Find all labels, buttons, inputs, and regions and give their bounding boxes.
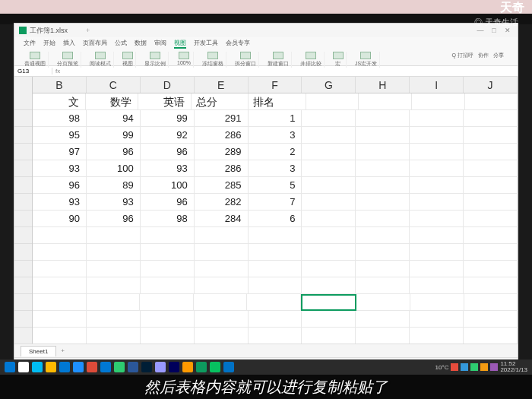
cell[interactable] — [195, 244, 249, 261]
taskbar-date[interactable]: 2022/1/13 — [500, 367, 527, 373]
cell[interactable] — [464, 211, 518, 227]
cell[interactable]: 96 — [87, 211, 141, 227]
cell[interactable]: 97 — [33, 144, 87, 160]
taskbar-ps-icon[interactable] — [141, 362, 152, 372]
ribbon-group[interactable]: 拆分窗口 — [233, 52, 259, 68]
cell[interactable] — [356, 110, 410, 127]
cell[interactable]: 93 — [33, 194, 87, 211]
ribbon-tab[interactable]: 开始 — [43, 39, 55, 49]
cell[interactable] — [410, 328, 464, 344]
cell[interactable] — [141, 277, 195, 294]
column-header[interactable]: C — [87, 77, 141, 93]
cell[interactable] — [302, 277, 356, 294]
cell[interactable] — [302, 127, 356, 144]
cell[interactable] — [356, 144, 410, 160]
row-number[interactable] — [14, 93, 32, 110]
cell[interactable] — [141, 311, 195, 328]
cell[interactable] — [302, 160, 356, 177]
cell[interactable] — [87, 311, 141, 328]
cell[interactable]: 100 — [141, 177, 195, 194]
cell[interactable]: 93 — [141, 160, 195, 177]
cell[interactable]: 文 — [33, 93, 86, 110]
cell[interactable] — [465, 93, 518, 110]
cell[interactable]: 291 — [195, 110, 249, 127]
cell[interactable] — [302, 110, 356, 127]
taskbar-wps-icon[interactable] — [196, 362, 207, 372]
cell[interactable] — [141, 244, 195, 261]
cell[interactable] — [33, 294, 87, 311]
cell[interactable]: 1 — [249, 110, 302, 127]
cell[interactable] — [410, 311, 464, 328]
ribbon-group[interactable]: 视图 — [120, 52, 136, 68]
cell[interactable] — [249, 328, 302, 344]
taskbar-cortana-icon[interactable] — [32, 362, 43, 372]
cell[interactable] — [302, 194, 356, 211]
cell[interactable] — [464, 311, 518, 328]
cell[interactable] — [410, 277, 464, 294]
taskbar-explorer-icon[interactable] — [46, 362, 56, 372]
cell[interactable] — [141, 227, 195, 244]
ribbon-group[interactable]: 新建窗口 — [265, 52, 292, 68]
cell[interactable] — [301, 294, 357, 311]
tray-icon[interactable] — [461, 363, 468, 371]
cell[interactable]: 284 — [195, 211, 249, 227]
ribbon-tab[interactable]: 公式 — [115, 39, 127, 49]
cell[interactable]: 95 — [33, 127, 87, 144]
cell[interactable]: 5 — [249, 177, 302, 194]
row-number[interactable] — [14, 194, 32, 211]
cell[interactable] — [356, 294, 410, 311]
ribbon-tab[interactable]: 文件 — [24, 39, 36, 49]
cell[interactable] — [249, 244, 302, 261]
cell[interactable] — [464, 127, 518, 144]
cell[interactable] — [302, 227, 356, 244]
cell[interactable] — [356, 277, 410, 294]
cell[interactable] — [410, 261, 464, 277]
cell[interactable] — [33, 277, 87, 294]
cell[interactable] — [33, 261, 87, 277]
cell[interactable] — [356, 261, 410, 277]
cell[interactable]: 96 — [141, 194, 195, 211]
new-tab-button[interactable]: + — [86, 27, 90, 34]
cell[interactable] — [141, 328, 195, 344]
document-title[interactable]: 工作簿1.xlsx — [30, 26, 68, 36]
ribbon-tab[interactable]: 审阅 — [154, 39, 166, 49]
row-number[interactable] — [14, 127, 32, 144]
cell[interactable]: 282 — [195, 194, 249, 211]
cell[interactable] — [356, 194, 410, 211]
cell[interactable]: 96 — [87, 144, 141, 160]
ribbon-tab[interactable]: 视图 — [174, 39, 186, 49]
taskbar-search-icon[interactable] — [18, 362, 29, 372]
cell[interactable] — [195, 328, 249, 344]
cell[interactable]: 总分 — [192, 93, 249, 110]
column-headers[interactable]: BCDEFGHIJ — [33, 77, 518, 93]
cell[interactable] — [306, 93, 359, 110]
cell[interactable] — [302, 211, 356, 227]
cell[interactable] — [356, 127, 410, 144]
row-number[interactable] — [14, 110, 32, 127]
sheet-tab[interactable]: Sheet1 — [21, 346, 56, 356]
cell[interactable] — [464, 160, 518, 177]
cell[interactable] — [356, 328, 410, 344]
ribbon-group[interactable]: 显示比例 — [142, 52, 169, 68]
ribbon-right-item[interactable]: 分享 — [493, 52, 504, 68]
taskbar-weather[interactable]: 10°C — [435, 364, 449, 371]
cell[interactable] — [87, 227, 141, 244]
ribbon-group[interactable]: 普通视图 — [22, 52, 49, 68]
cell[interactable] — [410, 177, 464, 194]
add-sheet-button[interactable]: + — [61, 347, 65, 354]
tray-icon[interactable] — [470, 363, 478, 371]
cell[interactable]: 286 — [195, 160, 249, 177]
column-header[interactable]: F — [249, 77, 302, 93]
cell[interactable] — [464, 294, 518, 311]
taskbar-ie-icon[interactable] — [73, 362, 84, 372]
cell[interactable] — [33, 227, 87, 244]
cell[interactable] — [464, 110, 518, 127]
cell[interactable] — [356, 211, 410, 227]
column-header[interactable]: E — [195, 77, 249, 93]
cell[interactable] — [194, 294, 248, 311]
cell[interactable]: 92 — [141, 127, 195, 144]
ribbon-tab[interactable]: 页面布局 — [83, 39, 107, 49]
cell[interactable] — [410, 294, 464, 311]
cell[interactable] — [87, 277, 141, 294]
cell[interactable] — [87, 294, 141, 311]
